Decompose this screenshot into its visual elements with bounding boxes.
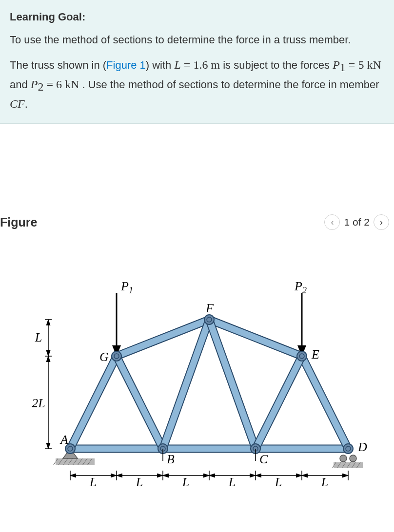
pager-text: 1 of 2 — [344, 216, 370, 228]
L-unit: m — [211, 58, 220, 71]
figure-link[interactable]: Figure 1 — [106, 59, 146, 71]
svg-line-47 — [70, 356, 117, 449]
P2-value: = 6 — [44, 78, 65, 91]
problem-after-link: ) with — [146, 59, 175, 71]
svg-text:L: L — [228, 475, 236, 489]
problem-period: . — [25, 98, 28, 110]
svg-text:P1: P1 — [120, 279, 133, 295]
label-B: B — [167, 452, 175, 466]
P1-value: = 5 — [346, 58, 367, 71]
problem-mid1: is subject to the forces — [220, 59, 333, 71]
dim-2L-label: 2L — [32, 396, 45, 410]
next-figure-button[interactable]: › — [374, 214, 389, 230]
label-C: C — [259, 452, 268, 466]
learning-goal-title: Learning Goal: — [10, 11, 384, 23]
svg-text:L: L — [136, 475, 143, 489]
label-F: F — [205, 301, 214, 315]
svg-text:L: L — [275, 475, 282, 489]
load-P2: P2 — [294, 279, 307, 356]
label-D: D — [357, 440, 367, 454]
label-G: G — [99, 350, 109, 364]
dim-L-label: L — [35, 330, 42, 344]
svg-text:L: L — [321, 475, 328, 489]
svg-line-55 — [117, 356, 163, 449]
member-label: CF — [10, 97, 25, 110]
chevron-left-icon: ‹ — [331, 217, 334, 228]
var-P2: P — [31, 78, 38, 91]
svg-point-72 — [343, 444, 353, 454]
svg-point-78 — [297, 351, 307, 361]
figure-header: Figure ‹ 1 of 2 › — [0, 207, 394, 237]
svg-point-76 — [204, 315, 214, 324]
problem-and: and — [10, 78, 31, 91]
svg-text:L: L — [182, 475, 189, 489]
label-A: A — [59, 433, 68, 447]
load-P1: P1 — [112, 279, 133, 356]
svg-text:L: L — [89, 475, 97, 489]
sub-P2: 2 — [38, 80, 44, 93]
svg-point-16 — [340, 455, 347, 462]
var-P1: P — [333, 58, 340, 71]
P2-unit: kN — [65, 78, 79, 91]
figure-title: Figure — [0, 215, 37, 229]
figure-pager: ‹ 1 of 2 › — [324, 214, 389, 230]
truss-figure: L 2L L L L L L L — [0, 249, 394, 512]
prev-figure-button[interactable]: ‹ — [324, 214, 340, 230]
sub-P1: 1 — [340, 61, 346, 74]
problem-prefix: The truss shown in ( — [10, 59, 106, 71]
support-roller-D — [332, 455, 363, 468]
svg-point-74 — [112, 351, 121, 361]
dimension-horizontal: L L L L L L — [70, 471, 348, 489]
chevron-right-icon: › — [380, 217, 383, 228]
svg-text:P2: P2 — [294, 279, 307, 295]
problem-statement: Learning Goal: To use the method of sect… — [0, 0, 394, 124]
joints — [65, 315, 353, 461]
svg-line-53 — [302, 356, 348, 449]
label-E: E — [311, 347, 319, 361]
problem-end1: . Use the method of sections to determin… — [79, 78, 379, 91]
learning-goal-text: To use the method of sections to determi… — [10, 32, 384, 48]
P1-unit: kN — [367, 58, 381, 71]
problem-description: The truss shown in (Figure 1) with L = 1… — [10, 57, 384, 113]
svg-point-17 — [350, 455, 356, 462]
var-L: L — [174, 58, 180, 71]
truss-members — [70, 320, 348, 449]
svg-line-61 — [256, 356, 302, 449]
dimension-vertical: L 2L — [32, 320, 52, 449]
L-value: = 1.6 — [181, 58, 211, 71]
